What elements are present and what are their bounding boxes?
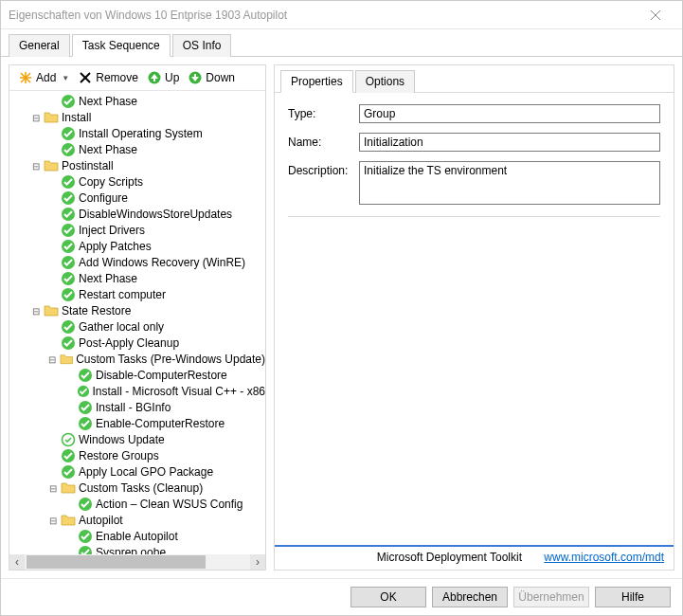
ok-button[interactable]: OK	[350, 587, 426, 607]
tree-item[interactable]: Gather local only	[11, 319, 265, 335]
tree-item[interactable]: Next Phase	[11, 94, 265, 109]
tree-item-label: Post-Apply Cleanup	[79, 336, 179, 350]
expand-icon[interactable]: ⊟	[47, 353, 58, 365]
tree-item[interactable]: Action – Clean WSUS Config	[11, 497, 265, 512]
remove-icon	[79, 71, 92, 84]
expand-icon	[64, 531, 76, 542]
folder-icon	[44, 110, 59, 125]
tree-item[interactable]: ⊟Install	[11, 110, 265, 125]
tab-task-sequence[interactable]: Task Sequence	[72, 34, 171, 57]
tree-item[interactable]: Post-Apply Cleanup	[11, 335, 265, 351]
close-icon[interactable]	[637, 2, 674, 28]
down-button[interactable]: Down	[185, 69, 239, 86]
check-icon	[61, 174, 76, 190]
tree-item[interactable]: ⊟Postinstall	[11, 158, 265, 173]
check-icon	[78, 368, 93, 383]
expand-icon[interactable]: ⊟	[47, 482, 59, 494]
tree-item[interactable]: Copy Scripts	[11, 174, 265, 190]
tree-item-label: Inject Drivers	[79, 224, 145, 237]
expand-icon	[64, 386, 75, 397]
tree-item[interactable]: Restart computer	[11, 287, 265, 302]
tree-item-label: Restore Groups	[79, 449, 159, 462]
description-field[interactable]	[359, 161, 660, 205]
expand-icon[interactable]: ⊟	[47, 515, 59, 526]
expand-icon	[47, 96, 59, 107]
tree-item[interactable]: ⊟Autopilot	[11, 513, 265, 528]
branding-footer: Microsoft Deployment Toolkit www.microso…	[275, 545, 674, 570]
tree-item-label: Postinstall	[62, 159, 114, 172]
tree-item[interactable]: DisableWindowsStoreUpdates	[11, 207, 265, 222]
tree-item[interactable]: Restore Groups	[11, 448, 265, 463]
folder-icon	[44, 303, 59, 318]
expand-icon[interactable]: ⊟	[30, 112, 42, 123]
tree-item-label: Disable-ComputerRestore	[96, 369, 227, 382]
tab-general[interactable]: General	[9, 34, 70, 57]
expand-icon[interactable]: ⊟	[30, 305, 42, 317]
tree-item-label: Install - BGInfo	[96, 401, 171, 414]
folder-icon	[60, 352, 73, 367]
tree-item[interactable]: Next Phase	[11, 271, 265, 286]
expand-icon[interactable]: ⊟	[30, 160, 42, 172]
tree-item-label: Enable Autopilot	[96, 530, 178, 543]
tree-item-label: Install	[62, 111, 91, 124]
cancel-button[interactable]: Abbrechen	[432, 587, 508, 607]
arrow-up-icon	[148, 71, 161, 84]
tree-item[interactable]: Inject Drivers	[11, 223, 265, 238]
tree-item-label: Autopilot	[79, 514, 123, 527]
tree-item[interactable]: Install - BGInfo	[11, 400, 265, 415]
tree-item-label: Sysprep oobe	[96, 546, 166, 554]
tree-item-label: Install Operating System	[79, 127, 203, 140]
expand-icon	[47, 225, 59, 236]
check-icon	[61, 223, 76, 238]
tree-item-label: Enable-ComputerRestore	[96, 417, 225, 430]
tree-item[interactable]: Enable-ComputerRestore	[11, 416, 265, 431]
tree-item[interactable]: Install - Microsoft Visual C++ - x86	[11, 384, 265, 399]
tree-item-label: State Restore	[62, 304, 131, 317]
tree-item-label: Next Phase	[79, 143, 137, 156]
window-title: Eigenschaften von Windows 10 Entprise 19…	[9, 9, 637, 22]
add-button[interactable]: Add ▼	[15, 69, 73, 86]
tab-options[interactable]: Options	[355, 70, 415, 93]
expand-icon	[47, 257, 59, 268]
tree-item[interactable]: ⊟Custom Tasks (Pre-Windows Update)	[11, 352, 265, 367]
tree-item-label: Windows Update	[79, 433, 165, 446]
tree-item[interactable]: ⊟Custom Tasks (Cleanup)	[11, 480, 265, 496]
tree-item[interactable]: Apply Patches	[11, 239, 265, 254]
tree-view[interactable]: Next Phase⊟InstallInstall Operating Syst…	[9, 91, 265, 554]
name-field[interactable]	[359, 133, 660, 152]
tree-item[interactable]: Disable-ComputerRestore	[11, 368, 265, 383]
footer-link[interactable]: www.microsoft.com/mdt	[544, 551, 664, 564]
expand-icon	[47, 241, 59, 252]
check-icon	[61, 287, 76, 302]
tree-item[interactable]: Sysprep oobe	[11, 545, 265, 554]
check-icon	[61, 142, 76, 157]
scroll-thumb[interactable]	[27, 555, 206, 569]
tree-item-label: Apply Local GPO Package	[79, 465, 213, 479]
scroll-right-icon[interactable]: ›	[250, 554, 265, 570]
up-button[interactable]: Up	[144, 69, 183, 86]
tree-item[interactable]: Add Windows Recovery (WinRE)	[11, 255, 265, 270]
check-icon	[78, 400, 93, 415]
tree-item[interactable]: Apply Local GPO Package	[11, 464, 265, 480]
expand-icon	[47, 144, 59, 155]
footer-text: Microsoft Deployment Toolkit	[377, 551, 522, 564]
help-button[interactable]: Hilfe	[595, 587, 671, 607]
up-label: Up	[165, 71, 179, 84]
check-icon	[61, 319, 76, 335]
tree-item[interactable]: Windows Update	[11, 432, 265, 447]
scroll-left-icon[interactable]: ‹	[9, 554, 25, 570]
remove-button[interactable]: Remove	[75, 69, 142, 86]
check-icon	[61, 207, 76, 222]
tree-item[interactable]: Enable Autopilot	[11, 529, 265, 544]
tree-item[interactable]: ⊟State Restore	[11, 303, 265, 318]
tab-properties[interactable]: Properties	[280, 70, 353, 93]
tree-item[interactable]: Install Operating System	[11, 126, 265, 141]
expand-icon	[47, 192, 59, 204]
expand-icon	[47, 289, 59, 300]
tree-item[interactable]: Next Phase	[11, 142, 265, 157]
tree-item[interactable]: Configure	[11, 190, 265, 206]
apply-button: Übernehmen	[513, 587, 589, 607]
horizontal-scrollbar[interactable]: ‹ ›	[9, 554, 265, 570]
down-label: Down	[206, 71, 235, 84]
tab-os-info[interactable]: OS Info	[172, 34, 232, 57]
